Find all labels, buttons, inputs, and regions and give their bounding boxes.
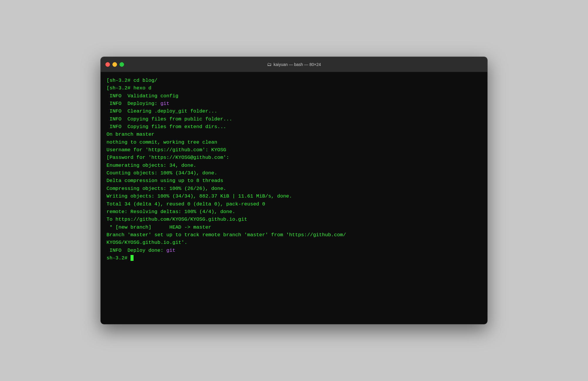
terminal-line: [Password for 'https://KYOSG@github.com'… [107,154,481,161]
terminal-line: Branch 'master' set up to track remote b… [107,231,481,239]
terminal-line: KYOSG/KYOSG.github.io.git'. [107,239,481,246]
terminal-line: nothing to commit, working tree clean [107,139,481,146]
title-icon: 🗂 [267,62,272,67]
terminal-line: To https://github.com/KYOSG/KYOSG.github… [107,216,481,223]
title-label: kaiyuan — bash — 80×24 [273,62,321,67]
terminal-line: remote: Resolving deltas: 100% (4/4), do… [107,208,481,216]
terminal-line: INFO Deploy done: git [107,247,481,254]
terminal-line: INFO Copying files from public folder... [107,115,481,123]
terminal-line: Enumerating objects: 34, done. [107,162,481,169]
terminal-line: On branch master [107,131,481,138]
terminal-window: 🗂 kaiyuan — bash — 80×24 [sh-3.2# cd blo… [100,57,488,324]
terminal-line: * [new branch] HEAD -> master [107,224,481,231]
terminal-line: [sh-3.2# hexo d [107,84,481,92]
terminal-line: INFO Copying files from extend dirs... [107,123,481,131]
terminal-line: Username for 'https://github.com': KYOSG [107,146,481,154]
titlebar: 🗂 kaiyuan — bash — 80×24 [101,57,487,72]
maximize-button[interactable] [119,62,124,67]
traffic-lights [105,62,124,67]
terminal-line: Counting objects: 100% (34/34), done. [107,169,481,177]
terminal-line: Writing objects: 100% (34/34), 882.37 Ki… [107,193,481,200]
terminal-prompt-line: sh-3.2# [107,254,481,262]
terminal-line: Compressing objects: 100% (26/26), done. [107,185,481,193]
terminal-line: [sh-3.2# cd blog/ [107,77,481,84]
terminal-line: INFO Deploying: git [107,100,481,108]
window-title: 🗂 kaiyuan — bash — 80×24 [267,62,321,67]
minimize-button[interactable] [112,62,117,67]
close-button[interactable] [105,62,110,67]
terminal-cursor [131,255,134,261]
terminal-body[interactable]: [sh-3.2# cd blog/ [sh-3.2# hexo d INFO V… [101,72,487,324]
terminal-line: Total 34 (delta 4), reused 0 (delta 0), … [107,200,481,208]
terminal-line: INFO Clearing .deploy_git folder... [107,108,481,115]
terminal-line: INFO Validating config [107,92,481,100]
terminal-line: Delta compression using up to 8 threads [107,177,481,185]
